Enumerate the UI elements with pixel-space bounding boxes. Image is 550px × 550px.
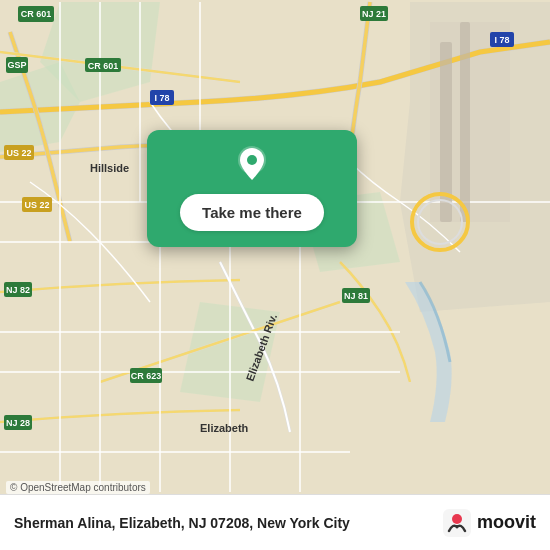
- address-info: Sherman Alina, Elizabeth, NJ 07208, New …: [14, 515, 350, 531]
- moovit-logo: moovit: [443, 509, 536, 537]
- svg-text:NJ 81: NJ 81: [344, 291, 368, 301]
- svg-text:Hillside: Hillside: [90, 162, 129, 174]
- osm-credit: © OpenStreetMap contributors: [6, 481, 150, 494]
- svg-text:NJ 21: NJ 21: [362, 9, 386, 19]
- svg-point-52: [247, 155, 257, 165]
- moovit-app-icon: [443, 509, 471, 537]
- location-pin-icon: [232, 144, 272, 184]
- svg-text:NJ 28: NJ 28: [6, 418, 30, 428]
- svg-text:I 78: I 78: [494, 35, 509, 45]
- svg-text:GSP: GSP: [7, 60, 26, 70]
- svg-text:CR 623: CR 623: [131, 371, 162, 381]
- svg-text:US 22: US 22: [6, 148, 31, 158]
- moovit-brand-name: moovit: [477, 512, 536, 533]
- app: CR 601 CR 601 GSP NJ 21 I 78 I 78 US 22 …: [0, 0, 550, 550]
- take-me-there-button[interactable]: Take me there: [180, 194, 324, 231]
- address-text: Sherman Alina, Elizabeth, NJ 07208, New …: [14, 515, 350, 531]
- svg-point-54: [452, 514, 462, 524]
- map-container: CR 601 CR 601 GSP NJ 21 I 78 I 78 US 22 …: [0, 0, 550, 494]
- svg-text:US 22: US 22: [24, 200, 49, 210]
- popup-card: Take me there: [147, 130, 357, 247]
- svg-rect-47: [460, 22, 470, 222]
- bottom-bar: Sherman Alina, Elizabeth, NJ 07208, New …: [0, 494, 550, 550]
- svg-text:Elizabeth: Elizabeth: [200, 422, 249, 434]
- svg-text:NJ 82: NJ 82: [6, 285, 30, 295]
- svg-text:CR 601: CR 601: [21, 9, 52, 19]
- svg-text:I 78: I 78: [154, 93, 169, 103]
- svg-text:CR 601: CR 601: [88, 61, 119, 71]
